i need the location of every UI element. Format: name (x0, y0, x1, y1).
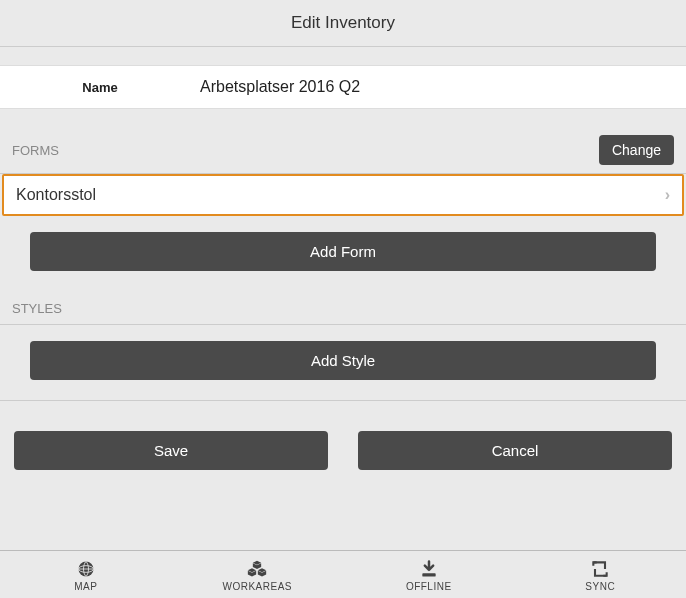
bottom-nav: MAP WORKAREAS OFFLINE SYNC (0, 550, 686, 598)
cubes-icon (246, 559, 268, 579)
name-label: Name (0, 80, 200, 95)
nav-sync-label: SYNC (585, 581, 615, 592)
nav-offline[interactable]: OFFLINE (343, 551, 515, 598)
change-button[interactable]: Change (599, 135, 674, 165)
forms-section-label: FORMS (12, 143, 59, 158)
form-item[interactable]: Kontorsstol › (2, 174, 684, 216)
name-row: Name Arbetsplatser 2016 Q2 (0, 65, 686, 109)
forms-section-header: FORMS Change (0, 109, 686, 174)
styles-section-label: STYLES (12, 301, 62, 316)
save-button[interactable]: Save (14, 431, 328, 470)
svg-rect-3 (422, 573, 435, 576)
cancel-button[interactable]: Cancel (358, 431, 672, 470)
nav-offline-label: OFFLINE (406, 581, 452, 592)
name-value: Arbetsplatser 2016 Q2 (200, 78, 360, 96)
page-title: Edit Inventory (0, 0, 686, 47)
chevron-right-icon: › (665, 186, 670, 204)
styles-section-header: STYLES (0, 271, 686, 325)
add-style-button[interactable]: Add Style (30, 341, 656, 380)
nav-workareas[interactable]: WORKAREAS (172, 551, 344, 598)
add-form-button[interactable]: Add Form (30, 232, 656, 271)
form-item-label: Kontorsstol (16, 186, 96, 204)
nav-workareas-label: WORKAREAS (222, 581, 292, 592)
action-row: Save Cancel (0, 401, 686, 470)
sync-icon (589, 559, 611, 579)
nav-map-label: MAP (74, 581, 97, 592)
nav-sync[interactable]: SYNC (515, 551, 687, 598)
download-icon (418, 559, 440, 579)
globe-icon (75, 559, 97, 579)
nav-map[interactable]: MAP (0, 551, 172, 598)
